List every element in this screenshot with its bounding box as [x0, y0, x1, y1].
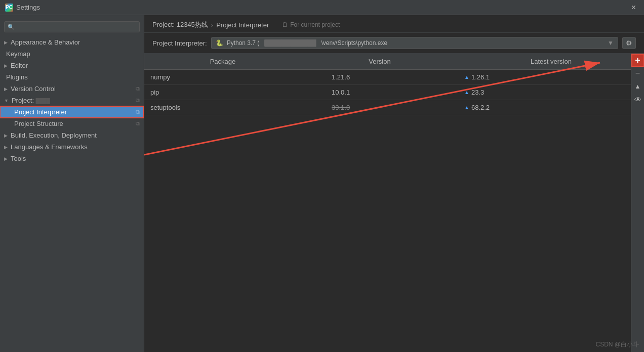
interpreter-bar: Project Interpreter: 🐍 Python 3.7 ( ████…	[144, 33, 644, 54]
sidebar-item-label: Keymap	[6, 50, 30, 58]
breadcrumb-separator: ›	[211, 21, 213, 29]
sidebar-item-project-structure[interactable]: Project Structure ⧉	[0, 118, 144, 129]
app-icon: PC	[5, 4, 13, 12]
package-name: numpy	[144, 72, 301, 82]
sidebar-item-label: Project: ████	[12, 97, 50, 104]
sidebar-item-label: Build, Execution, Deployment	[11, 131, 97, 139]
update-arrow-icon: ▲	[464, 90, 469, 95]
sidebar-item-label: Tools	[11, 155, 26, 162]
update-arrow-icon: ▲	[464, 105, 469, 110]
sidebar-item-label: Appearance & Behavior	[11, 38, 80, 46]
sidebar-item-plugins[interactable]: Plugins	[0, 71, 144, 83]
info-icon: 🗒	[282, 21, 288, 28]
search-icon: 🔍	[8, 24, 15, 30]
expand-arrow-icon: ▶	[4, 40, 8, 45]
search-box[interactable]: 🔍	[4, 21, 140, 32]
package-version: 39.1.0	[301, 102, 458, 113]
expand-arrow-icon: ▶	[4, 156, 8, 161]
sidebar-item-project-interpreter[interactable]: Project Interpreter ⧉	[0, 106, 144, 118]
sidebar: 🔍 ▶ Appearance & Behavior Keymap ▶ Edito…	[0, 15, 144, 352]
search-input[interactable]	[17, 23, 136, 30]
latest-version-value: 1.26.1	[471, 73, 490, 81]
sidebar-item-languages[interactable]: ▶ Languages & Frameworks	[0, 141, 144, 153]
content-area: Project: 12345热线 › Project Interpreter 🗒…	[144, 15, 644, 352]
footer-credit: CSDN @白小斗	[595, 340, 639, 349]
sidebar-group-appearance: ▶ Appearance & Behavior	[0, 36, 144, 48]
sidebar-item-label: Project Structure	[14, 120, 63, 127]
interpreter-select[interactable]: 🐍 Python 3.7 ( ████████████ \venv\Script…	[211, 37, 618, 49]
sidebar-item-keymap[interactable]: Keymap	[0, 48, 144, 60]
expand-arrow-icon: ▼	[4, 98, 9, 103]
table-row[interactable]: numpy 1.21.6 ▲ 1.26.1	[144, 70, 644, 85]
sidebar-item-build[interactable]: ▶ Build, Execution, Deployment	[0, 129, 144, 141]
sidebar-item-project[interactable]: ▼ Project: ████ ⧉	[0, 95, 144, 106]
breadcrumb-note: 🗒 For current project	[282, 21, 340, 28]
expand-arrow-icon: ▶	[4, 133, 8, 138]
title-bar-title: Settings	[16, 4, 40, 11]
breadcrumb-current: Project Interpreter	[216, 21, 269, 29]
sidebar-item-editor[interactable]: ▶ Editor	[0, 60, 144, 71]
sidebar-item-label: Plugins	[6, 73, 28, 81]
copy-icon: ⧉	[136, 97, 140, 104]
eye-button[interactable]: 👁	[631, 93, 645, 106]
sidebar-item-label: Version Control	[11, 85, 56, 93]
interpreter-path: \venv\Scripts\python.exe	[321, 39, 387, 47]
package-latest: ▲ 68.2.2	[458, 102, 644, 113]
header-latest-version: Latest version	[458, 57, 644, 66]
breadcrumb-project: Project: 12345热线	[152, 20, 208, 29]
sidebar-item-tools[interactable]: ▶ Tools	[0, 153, 144, 164]
package-name: pip	[144, 87, 301, 98]
sidebar-item-label: Project Interpreter	[14, 108, 67, 116]
python-version: Python 3.7 (	[227, 39, 260, 47]
latest-version-value: 68.2.2	[471, 104, 490, 111]
table-header: Package Version Latest version	[144, 54, 644, 70]
sidebar-group-languages: ▶ Languages & Frameworks	[0, 141, 144, 153]
table-body: numpy 1.21.6 ▲ 1.26.1 pip 10.0.1 ▲ 23.3	[144, 70, 644, 352]
interpreter-path-blurred: ████████████	[264, 39, 316, 47]
update-arrow-icon: ▲	[464, 74, 469, 80]
package-version: 1.21.6	[301, 72, 458, 82]
dropdown-arrow-icon: ▼	[608, 39, 614, 47]
remove-package-button[interactable]: −	[631, 67, 645, 80]
package-table: Package Version Latest version numpy 1.2…	[144, 54, 644, 352]
main-layout: 🔍 ▶ Appearance & Behavior Keymap ▶ Edito…	[0, 15, 644, 352]
sidebar-item-label: Editor	[11, 62, 28, 69]
sidebar-item-label: Languages & Frameworks	[11, 143, 88, 151]
expand-arrow-icon: ▶	[4, 63, 8, 68]
header-package: Package	[144, 57, 301, 66]
table-actions: + − ▲ 👁	[631, 54, 644, 352]
package-latest: ▲ 1.26.1	[458, 72, 644, 82]
version-strikethrough: 39.1.0	[332, 104, 350, 111]
scroll-up-button[interactable]: ▲	[631, 80, 645, 93]
python-icon: 🐍	[216, 39, 224, 47]
interpreter-select-text: 🐍 Python 3.7 ( ████████████ \venv\Script…	[216, 39, 387, 47]
copy-icon: ⧉	[136, 85, 140, 92]
copy-icon: ⧉	[136, 109, 140, 115]
sidebar-group-project: ▼ Project: ████ ⧉ Project Interpreter ⧉ …	[0, 95, 144, 129]
copy-icon: ⧉	[136, 120, 140, 127]
gear-button[interactable]: ⚙	[622, 37, 636, 49]
latest-version-value: 23.3	[471, 89, 484, 96]
close-button[interactable]: ×	[628, 2, 639, 13]
table-row[interactable]: setuptools 39.1.0 ▲ 68.2.2	[144, 100, 644, 115]
sidebar-group-editor: ▶ Editor	[0, 60, 144, 71]
title-bar: PC Settings ×	[0, 0, 644, 15]
package-name: setuptools	[144, 102, 301, 113]
title-bar-left: PC Settings	[5, 4, 40, 12]
sidebar-item-vcs[interactable]: ▶ Version Control ⧉	[0, 83, 144, 95]
package-version: 10.0.1	[301, 87, 458, 98]
interpreter-label: Project Interpreter:	[152, 39, 207, 47]
breadcrumb: Project: 12345热线 › Project Interpreter 🗒…	[144, 15, 644, 33]
sidebar-group-tools: ▶ Tools	[0, 153, 144, 164]
sidebar-item-appearance[interactable]: ▶ Appearance & Behavior	[0, 36, 144, 48]
header-version: Version	[301, 57, 458, 66]
breadcrumb-note-text: For current project	[290, 21, 340, 28]
sidebar-group-vcs: ▶ Version Control ⧉	[0, 83, 144, 95]
expand-arrow-icon: ▶	[4, 86, 8, 92]
table-row[interactable]: pip 10.0.1 ▲ 23.3	[144, 85, 644, 100]
add-package-button[interactable]: +	[631, 54, 645, 67]
sidebar-group-build: ▶ Build, Execution, Deployment	[0, 129, 144, 141]
package-latest: ▲ 23.3	[458, 87, 644, 98]
expand-arrow-icon: ▶	[4, 145, 8, 150]
